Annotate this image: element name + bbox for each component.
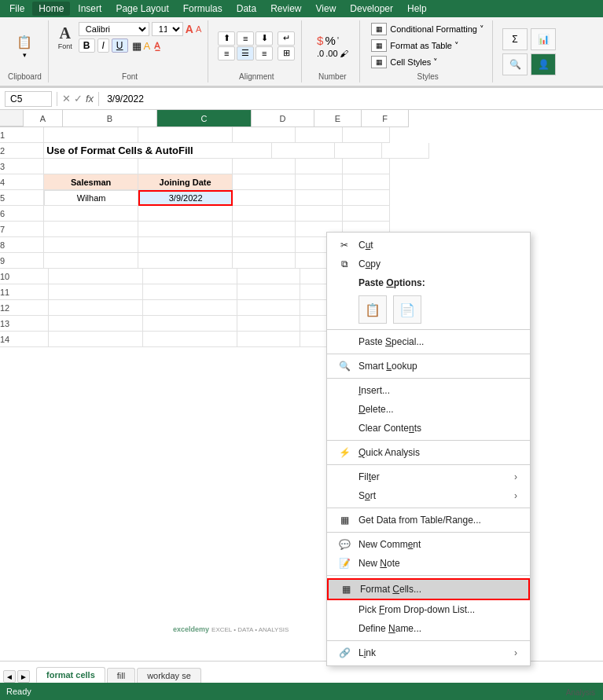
ctx-get-data[interactable]: ▦ Get Data from Table/Range... <box>327 511 530 530</box>
ctx-new-comment[interactable]: 💬 New Comment <box>327 535 530 554</box>
cell-a3[interactable] <box>5 159 44 174</box>
paste-btn-clipboard[interactable]: 📋 <box>358 295 387 324</box>
cell-d5[interactable] <box>233 190 296 206</box>
sheet-tab-format-cells[interactable]: format cells <box>36 667 105 683</box>
cell-e2[interactable] <box>335 143 382 159</box>
cell-d1[interactable] <box>233 127 296 143</box>
align-middle-btn[interactable]: ≡ <box>237 31 254 46</box>
align-top-btn[interactable]: ⬆ <box>218 31 235 46</box>
cell-c8[interactable] <box>138 237 233 253</box>
cell-d13[interactable] <box>237 316 300 332</box>
menu-help[interactable]: Help <box>401 2 433 16</box>
shrink-font-btn[interactable]: A <box>196 24 201 34</box>
menu-view[interactable]: View <box>310 2 343 16</box>
cell-b7[interactable] <box>44 222 138 237</box>
col-header-b[interactable]: B <box>63 110 157 127</box>
menu-developer[interactable]: Developer <box>344 2 399 16</box>
paintbrush-icon[interactable]: 🖌 <box>340 49 348 58</box>
cell-b3[interactable] <box>44 159 138 174</box>
merge-btn[interactable]: ⊞ <box>278 46 295 60</box>
ctx-new-note[interactable]: 📝 New Note <box>327 554 530 573</box>
decrease-decimal-btn[interactable]: .00 <box>325 49 337 58</box>
search-icon[interactable]: 🔍 <box>502 53 528 75</box>
underline-button[interactable]: U <box>112 38 128 53</box>
col-header-e[interactable]: E <box>314 110 362 127</box>
format-as-table-btn[interactable]: ▦ Format as Table ˅ <box>370 38 461 53</box>
cell-a10[interactable] <box>9 269 49 284</box>
cell-b5-wilham[interactable]: Wilham <box>44 190 138 206</box>
cell-e3[interactable] <box>296 159 343 174</box>
sum-icon[interactable]: Σ <box>502 28 528 50</box>
cell-c5-date[interactable]: 3/9/2022 <box>138 190 233 206</box>
font-color-btn[interactable]: A̲ <box>154 41 160 51</box>
bold-button[interactable]: B <box>79 38 95 53</box>
ctx-insert[interactable]: Insert... <box>327 381 530 400</box>
cell-e1[interactable] <box>296 127 343 143</box>
cell-f2[interactable] <box>382 143 429 159</box>
ctx-paste-special[interactable]: Paste Special... <box>327 332 530 351</box>
menu-review[interactable]: Review <box>264 2 307 16</box>
cell-reference-input[interactable] <box>5 91 52 107</box>
align-left-btn[interactable]: ≡ <box>218 46 235 60</box>
cell-b12[interactable] <box>49 300 143 316</box>
cell-e5[interactable] <box>296 190 343 206</box>
menu-page-layout[interactable]: Page Layout <box>109 2 175 16</box>
cell-c10[interactable] <box>143 269 237 284</box>
border-btn[interactable]: ▦ <box>132 40 142 52</box>
cell-f4[interactable] <box>343 174 390 190</box>
cell-b1[interactable] <box>44 127 138 143</box>
cell-a12[interactable] <box>9 300 49 316</box>
cell-styles-btn[interactable]: ▦ Cell Styles ˅ <box>370 55 439 69</box>
menu-data[interactable]: Data <box>230 2 263 16</box>
sheet-nav-next[interactable]: ► <box>17 670 30 683</box>
ctx-define-name[interactable]: Define Name... <box>327 619 530 638</box>
menu-file[interactable]: File <box>3 2 31 16</box>
menu-formulas[interactable]: Formulas <box>177 2 229 16</box>
cell-b11[interactable] <box>49 284 143 300</box>
cell-c14[interactable] <box>143 332 237 347</box>
increase-decimal-btn[interactable]: .0 <box>317 49 324 58</box>
cell-b9[interactable] <box>44 253 138 269</box>
user-icon[interactable]: 👤 <box>531 53 556 75</box>
cell-a14[interactable] <box>9 332 49 347</box>
ctx-sort[interactable]: Sort › <box>327 486 530 505</box>
col-header-c[interactable]: C <box>157 110 252 127</box>
cell-d3[interactable] <box>233 159 296 174</box>
cell-b10[interactable] <box>49 269 143 284</box>
grow-font-btn[interactable]: A <box>186 23 193 35</box>
italic-button[interactable]: I <box>97 38 109 53</box>
cell-d6[interactable] <box>233 206 296 222</box>
cell-d2[interactable] <box>272 143 335 159</box>
fill-color-btn[interactable]: A <box>144 40 151 52</box>
cell-a6[interactable] <box>5 206 44 222</box>
cell-a5[interactable] <box>5 190 44 206</box>
cell-f1[interactable] <box>343 127 390 143</box>
cell-c3[interactable] <box>138 159 233 174</box>
col-header-a[interactable]: A <box>24 110 63 127</box>
cell-a13[interactable] <box>9 316 49 332</box>
cell-c7[interactable] <box>138 222 233 237</box>
cell-d10[interactable] <box>237 269 300 284</box>
cell-c12[interactable] <box>143 300 237 316</box>
cell-d9[interactable] <box>233 253 296 269</box>
cell-c13[interactable] <box>143 316 237 332</box>
cell-b4-salesman[interactable]: Salesman <box>44 174 138 190</box>
cell-d12[interactable] <box>237 300 300 316</box>
cell-d11[interactable] <box>237 284 300 300</box>
paste-button[interactable]: 📋 ▾ <box>12 31 37 60</box>
cell-b6[interactable] <box>44 206 138 222</box>
cell-c9[interactable] <box>138 253 233 269</box>
cell-c1[interactable] <box>138 127 233 143</box>
col-header-f[interactable]: F <box>362 110 409 127</box>
font-size-select[interactable]: 11 <box>152 22 183 36</box>
ctx-link[interactable]: 🔗 Link › <box>327 643 530 662</box>
align-bottom-btn[interactable]: ⬇ <box>256 31 273 46</box>
ctx-delete[interactable]: Delete... <box>327 400 530 419</box>
ctx-cut[interactable]: ✂ Cut <box>327 236 530 255</box>
ctx-copy[interactable]: ⧉ Copy <box>327 255 530 273</box>
cell-c4-joindate[interactable]: Joining Date <box>138 174 233 190</box>
cell-b2-title[interactable]: Use of Format Cells & AutoFill <box>44 143 272 159</box>
cell-e6[interactable] <box>296 206 343 222</box>
cell-c11[interactable] <box>143 284 237 300</box>
ctx-pick-dropdown[interactable]: Pick From Drop-down List... <box>327 600 530 619</box>
